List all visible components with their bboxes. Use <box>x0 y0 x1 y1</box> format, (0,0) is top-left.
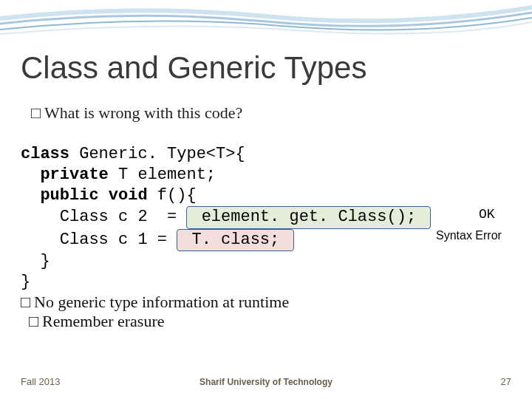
code-block: class Generic. Type<T>{ private T elemen… <box>21 144 431 293</box>
annotation-ok: OK <box>479 207 495 222</box>
slide-number: 27 <box>501 376 511 387</box>
slide-title: Class and Generic Types <box>21 50 366 86</box>
code-highlight-ok: element. get. Class(); <box>186 206 431 228</box>
conclusion-line-2: Remember erasure <box>42 312 165 330</box>
decorative-swoosh <box>0 0 532 52</box>
annotation-error: Syntax Error <box>436 229 502 242</box>
footer-institution: Sharif University of Technology <box>0 377 532 387</box>
conclusion-line-1: No generic type information at runtime <box>34 293 289 311</box>
question-bullet: □What is wrong with this code? <box>31 103 242 123</box>
question-text: What is wrong with this code? <box>44 103 242 122</box>
code-highlight-error: T. class; <box>177 229 294 251</box>
conclusion-bullets: □No generic type information at runtime … <box>21 293 289 331</box>
